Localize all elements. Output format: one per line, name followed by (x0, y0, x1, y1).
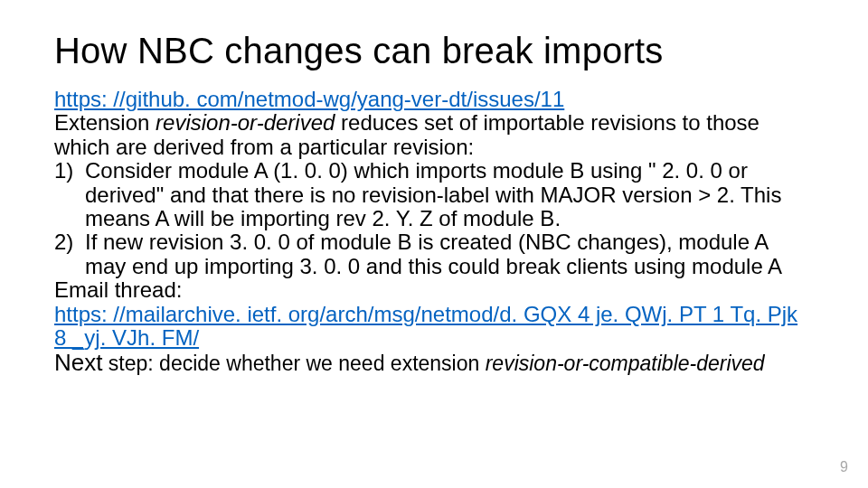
mailarchive-link[interactable]: https: //mailarchive. ietf. org/arch/msg… (54, 302, 797, 350)
page-number: 9 (840, 459, 848, 475)
list-number: 2) (54, 230, 85, 278)
next-step-line: Next step: decide whether we need extens… (54, 350, 814, 376)
slide-title: How NBC changes can break imports (54, 31, 814, 71)
list-item-2: 2) If new revision 3. 0. 0 of module B i… (54, 230, 814, 278)
body-text: https: //github. com/netmod-wg/yang-ver-… (54, 88, 814, 376)
intro-ext-name: revision-or-derived (156, 110, 335, 135)
next-pre: Next (54, 349, 102, 376)
list-text: If new revision 3. 0. 0 of module B is c… (85, 230, 814, 278)
next-mid: step: decide whether we need extension (102, 352, 485, 375)
list-item-1: 1) Consider module A (1. 0. 0) which imp… (54, 159, 814, 230)
list-number: 1) (54, 159, 85, 230)
intro-pre: Extension (54, 110, 156, 135)
next-ext-name: revision-or-compatible-derived (486, 352, 765, 375)
intro-paragraph: Extension revision-or-derived reduces se… (54, 111, 814, 159)
slide: How NBC changes can break imports https:… (0, 0, 868, 488)
github-link[interactable]: https: //github. com/netmod-wg/yang-ver-… (54, 87, 564, 111)
email-thread-label: Email thread: (54, 278, 814, 302)
list-text: Consider module A (1. 0. 0) which import… (85, 159, 814, 230)
